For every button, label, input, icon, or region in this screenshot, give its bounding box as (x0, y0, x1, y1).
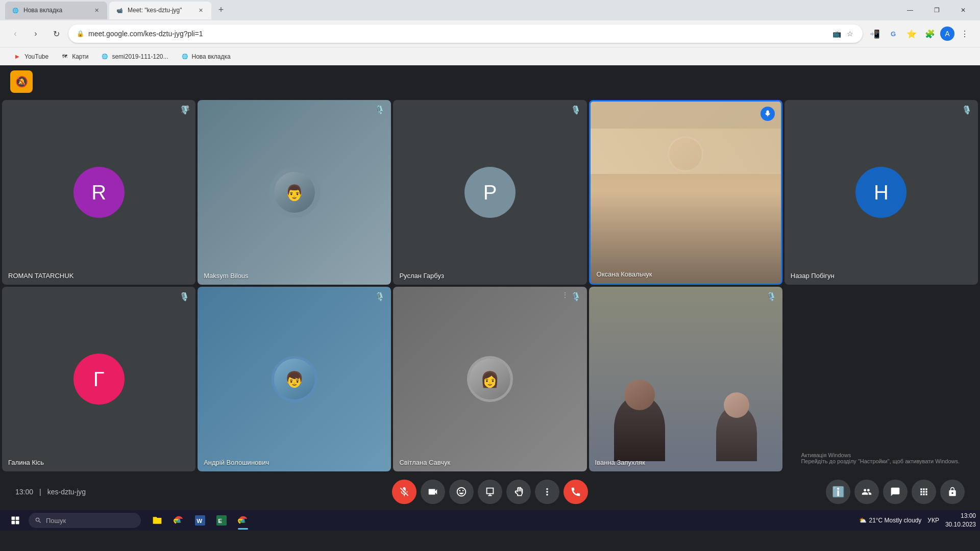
language-indicator: УКР (927, 517, 939, 524)
start-button[interactable] (4, 510, 27, 531)
tab-favicon-2: 📹 (115, 6, 124, 14)
options-icon-svitlana[interactable]: ⋮ (561, 291, 569, 299)
more-options-button[interactable] (535, 480, 559, 504)
meeting-code: kes-dztu-jyg (47, 488, 86, 496)
taskbar-app-taskbar4[interactable]: E (211, 510, 232, 531)
lock-button[interactable] (940, 480, 965, 504)
clock-date: 30.10.2023 (945, 520, 976, 529)
participant-tile-maksym: 👨 Maksym Bilous 🎙️ (198, 100, 391, 285)
forward-button[interactable]: › (28, 26, 44, 42)
participant-tile-svitlana: 👩 Світлана Савчук 🎙️ ⋮ (393, 287, 586, 471)
tab-title-2: Meet: "kes-dztu-jyg" (128, 7, 192, 14)
browser-actions: 📲 G ⭐ 🧩 A ⋮ (867, 26, 973, 42)
emoji-button[interactable] (449, 480, 474, 504)
weather-text: 21°C Mostly cloudy (869, 517, 921, 524)
tab-meet[interactable]: 📹 Meet: "kes-dztu-jyg" ✕ (109, 2, 211, 19)
mute-indicator-andriy: 🎙️ (375, 292, 385, 302)
activities-button[interactable] (912, 480, 936, 504)
newtab-favicon: 🌐 (181, 53, 189, 61)
svg-rect-1 (16, 517, 19, 520)
video-oksana (591, 102, 781, 283)
bookmark-manager-button[interactable]: ⭐ (903, 26, 920, 42)
video-svitlana: 👩 (393, 287, 586, 471)
participant-name-nazar: Назар Побігун (791, 272, 835, 280)
mute-indicator-roman: 🎙️ (179, 105, 189, 115)
video-andriy: 👦 (198, 287, 391, 471)
weather-icon: ⛅ (859, 517, 867, 524)
time-code-separator: | (39, 488, 41, 496)
svg-rect-2 (12, 521, 15, 524)
profile-button[interactable]: A (940, 27, 954, 41)
taskbar: Пошук W E (0, 510, 980, 531)
extensions-button[interactable]: 🧩 (922, 26, 938, 42)
present-button[interactable] (478, 480, 502, 504)
participant-name-oksana: Оксана Ковальчук (597, 270, 652, 278)
screen-cast-button[interactable]: 📲 (867, 26, 883, 42)
bookmarks-bar: ▶ YouTube 🗺 Карти 🌐 semi2019-111-120... … (0, 47, 980, 65)
meet-side-actions: Активація Windows Перейдіть до розділу "… (826, 480, 965, 504)
reload-button[interactable]: ↻ (48, 26, 64, 42)
svg-rect-0 (12, 517, 15, 520)
speaking-icon-oksana (761, 107, 775, 121)
google-button[interactable]: G (885, 26, 901, 42)
taskbar-app-word[interactable]: W (190, 510, 210, 531)
close-button[interactable]: ✕ (951, 0, 975, 20)
participant-tile-andriy: 👦 Андрій Волошинович 🎙️ (198, 287, 391, 471)
mute-indicator-svitlana: 🎙️ (571, 292, 581, 302)
bookmark-maps[interactable]: 🗺 Карти (56, 49, 93, 64)
meeting-info-button[interactable]: ℹ️ (826, 480, 850, 504)
video-ivanna (589, 287, 782, 471)
participant-name-ruslan: Руслан Гарбуз (399, 272, 444, 280)
windows-activation-title: Активація Windows (801, 452, 960, 458)
tab-close-1[interactable]: ✕ (92, 6, 101, 15)
participant-name-svitlana: Світлана Савчук (399, 459, 450, 466)
avatar-halyna: Г (74, 354, 125, 405)
bookmark-star-icon[interactable]: ☆ (845, 29, 854, 38)
end-call-button[interactable] (564, 480, 588, 504)
taskbar-app-file-explorer[interactable] (147, 510, 167, 531)
participant-tile-ruslan: P Руслан Гарбуз 🎙️ (393, 100, 586, 285)
tab-close-2[interactable]: ✕ (196, 6, 205, 15)
tab-title-1: Нова вкладка (23, 7, 88, 14)
more-menu-button[interactable]: ⋮ (957, 26, 973, 42)
participant-name-ivanna: Іванна Запухляк (595, 459, 645, 466)
meet-info: 13:00 | kes-dztu-jyg (15, 488, 86, 496)
bookmark-youtube[interactable]: ▶ YouTube (8, 49, 54, 64)
avatar-roman: R (74, 167, 125, 218)
chat-button[interactable] (883, 480, 908, 504)
bookmark-newtab[interactable]: 🌐 Нова вкладка (176, 49, 236, 64)
video-maksym: 👨 (198, 100, 391, 285)
participant-tile-ivanna: Іванна Запухляк 🎙️ (589, 287, 782, 471)
meet-container: 🔕 🎤̶ R ROMAN TATARCHUK 🎙️ 👨 Maksym Bilou… (0, 65, 980, 510)
address-bar: ‹ › ↻ 🔒 meet.google.com/kes-dztu-jyg?pli… (0, 20, 980, 47)
participant-name-halyna: Галина Кісь (8, 459, 44, 466)
svg-rect-3 (16, 521, 19, 524)
bookmark-label-maps: Карти (72, 53, 88, 60)
notification-badge[interactable]: 🔕 (10, 70, 33, 93)
search-placeholder: Пошук (46, 517, 66, 524)
clock: 13:00 30.10.2023 (945, 512, 976, 529)
url-input[interactable]: 🔒 meet.google.com/kes-dztu-jyg?pli=1 📺 ☆ (68, 24, 863, 43)
youtube-favicon: ▶ (13, 53, 21, 61)
taskbar-search[interactable]: Пошук (29, 513, 141, 528)
avatar-nazar: H (855, 167, 906, 218)
minimize-button[interactable]: — (898, 0, 922, 20)
participants-button[interactable] (854, 480, 879, 504)
bookmark-label-youtube: YouTube (24, 53, 48, 60)
maximize-button[interactable]: ❐ (925, 0, 948, 20)
toggle-camera-button[interactable] (421, 480, 445, 504)
taskbar-app-chrome-active[interactable] (233, 510, 253, 531)
bookmark-semi[interactable]: 🌐 semi2019-111-120... (95, 49, 173, 64)
participant-tile-halyna: Г Галина Кісь 🎙️ (2, 287, 195, 471)
back-button[interactable]: ‹ (7, 26, 23, 42)
taskbar-app-chrome[interactable] (168, 510, 189, 531)
participant-tile-roman: 🎤̶ R ROMAN TATARCHUK 🎙️ (2, 100, 195, 285)
clock-time: 13:00 (945, 512, 976, 520)
toggle-mic-button[interactable] (392, 480, 416, 504)
new-tab-button[interactable]: + (213, 3, 229, 18)
raise-hand-button[interactable] (506, 480, 531, 504)
url-text: meet.google.com/kes-dztu-jyg?pli=1 (88, 30, 828, 38)
tab-new-blank[interactable]: 🌐 Нова вкладка ✕ (5, 2, 107, 19)
cast-icon: 📺 (832, 29, 841, 38)
window-controls: — ❐ ✕ (898, 0, 975, 20)
